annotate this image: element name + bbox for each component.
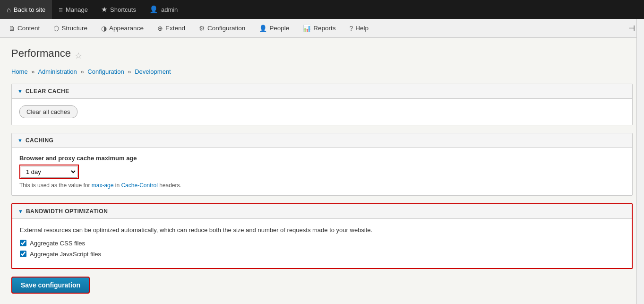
bandwidth-description: External resources can be optimized auto… [20, 226, 624, 235]
nav-extend[interactable]: ⊕ Extend [151, 19, 192, 37]
breadcrumb: Home » Administration » Configuration » … [11, 68, 633, 75]
bandwidth-body: External resources can be optimized auto… [12, 219, 632, 268]
cache-max-age-label: Browser and proxy cache maximum age [19, 155, 625, 162]
cache-max-age-select[interactable]: <none> 1 hour 6 hours 12 hours 1 day 2 d… [21, 166, 77, 178]
nav-people[interactable]: 👤 People [252, 19, 296, 37]
clear-cache-body: Clear all caches [12, 99, 632, 125]
save-configuration-button[interactable]: Save configuration [11, 277, 90, 294]
collapse-icon: ⊣ [628, 24, 635, 33]
aggregate-css-label[interactable]: Aggregate CSS files [30, 240, 85, 247]
clear-cache-header: ▼ CLEAR CACHE [12, 84, 632, 99]
nav-structure[interactable]: ⬡ Structure [47, 19, 94, 37]
aggregate-js-row: Aggregate JavaScript files [20, 251, 624, 258]
nav-reports[interactable]: 📊 Reports [296, 19, 343, 37]
user-icon: 👤 [149, 5, 158, 14]
back-to-site-button[interactable]: ⌂ Back to site [0, 0, 52, 19]
caching-header: ▼ CACHING [12, 133, 632, 148]
cache-hint: This is used as the value for max-age in… [19, 182, 625, 189]
home-icon: ⌂ [7, 6, 11, 14]
star-filled-icon: ★ [101, 5, 107, 14]
aggregate-js-checkbox[interactable] [20, 251, 26, 257]
cache-control-link[interactable]: Cache-Control [121, 182, 157, 189]
favorite-star-icon[interactable]: ☆ [75, 51, 82, 61]
reports-icon: 📊 [303, 25, 311, 32]
nav-appearance[interactable]: ◑ Appearance [94, 19, 151, 37]
admin-user-button[interactable]: 👤 admin [143, 0, 184, 19]
shortcuts-button[interactable]: ★ Shortcuts [94, 0, 143, 19]
nav-content[interactable]: 🗎 Content [2, 19, 47, 37]
bandwidth-title: BANDWIDTH OPTIMIZATION [26, 208, 108, 215]
content-icon: 🗎 [9, 25, 15, 32]
nav-help[interactable]: ? Help [343, 19, 376, 37]
scrollbar[interactable] [636, 19, 644, 304]
people-icon: 👤 [259, 25, 267, 32]
main-content: Performance ☆ Home » Administration » Co… [0, 38, 644, 304]
bandwidth-section: ▼ BANDWIDTH OPTIMIZATION External resour… [11, 203, 633, 269]
aggregate-css-checkbox[interactable] [20, 240, 26, 246]
configuration-icon: ⚙ [199, 25, 205, 32]
clear-cache-triangle-icon: ▼ [17, 88, 23, 94]
breadcrumb-configuration[interactable]: Configuration [87, 68, 124, 75]
extend-icon: ⊕ [157, 25, 163, 32]
appearance-icon: ◑ [101, 25, 107, 32]
clear-cache-title: CLEAR CACHE [26, 88, 69, 95]
save-button-wrapper: Save configuration [11, 277, 633, 294]
nav-bar: 🗎 Content ⬡ Structure ◑ Appearance ⊕ Ext… [0, 19, 644, 38]
caching-title: CACHING [26, 137, 54, 144]
clear-all-caches-button[interactable]: Clear all caches [19, 105, 77, 118]
breadcrumb-development[interactable]: Development [135, 68, 171, 75]
page-title: Performance [11, 47, 71, 60]
cache-max-age-select-wrapper: <none> 1 hour 6 hours 12 hours 1 day 2 d… [19, 165, 79, 179]
menu-icon: ≡ [59, 6, 63, 14]
nav-configuration[interactable]: ⚙ Configuration [192, 19, 252, 37]
admin-bar: ⌂ Back to site ≡ Manage ★ Shortcuts 👤 ad… [0, 0, 644, 19]
structure-icon: ⬡ [53, 25, 59, 32]
max-age-link[interactable]: max-age [92, 182, 114, 189]
clear-cache-section: ▼ CLEAR CACHE Clear all caches [11, 84, 633, 125]
breadcrumb-home[interactable]: Home [11, 68, 28, 75]
caching-section: ▼ CACHING Browser and proxy cache maximu… [11, 133, 633, 196]
bandwidth-header: ▼ BANDWIDTH OPTIMIZATION [12, 204, 632, 219]
aggregate-css-row: Aggregate CSS files [20, 240, 624, 247]
aggregate-js-label[interactable]: Aggregate JavaScript files [30, 251, 101, 258]
breadcrumb-administration[interactable]: Administration [38, 68, 77, 75]
caching-body: Browser and proxy cache maximum age <non… [12, 148, 632, 195]
caching-triangle-icon: ▼ [17, 138, 23, 143]
manage-button[interactable]: ≡ Manage [52, 0, 94, 19]
bandwidth-triangle-icon: ▼ [18, 208, 23, 214]
help-icon: ? [350, 25, 353, 32]
